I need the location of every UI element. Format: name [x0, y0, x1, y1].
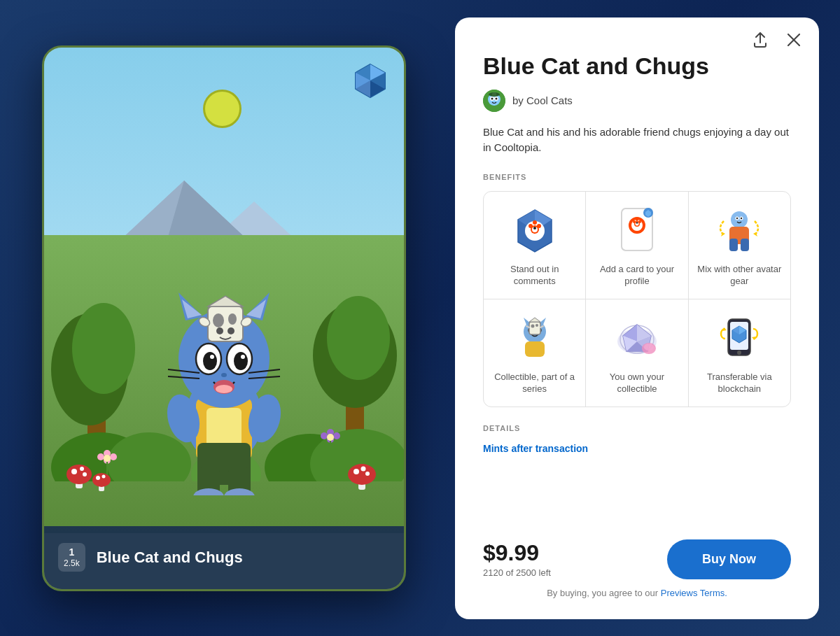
- svg-point-112: [638, 220, 641, 223]
- benefit-label-add-card: Add a card to your profile: [594, 263, 679, 288]
- svg-point-116: [731, 211, 748, 228]
- svg-point-81: [327, 434, 334, 441]
- mints-badge[interactable]: Mints after transaction: [483, 443, 588, 454]
- svg-point-52: [228, 313, 237, 325]
- benefits-label: BENEFITS: [483, 173, 791, 181]
- benefit-blockchain: Transferable via blockchain: [689, 299, 790, 407]
- svg-rect-49: [208, 306, 243, 341]
- stock-label: 2120 of 2500 left: [483, 567, 551, 578]
- svg-point-76: [365, 472, 370, 476]
- svg-point-80: [321, 432, 328, 439]
- mushrooms-right: [341, 453, 390, 498]
- price-section: $9.99 2120 of 2500 left: [483, 540, 551, 578]
- svg-point-149: [644, 344, 654, 351]
- svg-point-120: [741, 217, 742, 218]
- svg-point-90: [496, 97, 498, 99]
- benefit-label-stand-out: Stand out in comments: [492, 263, 577, 288]
- svg-point-15: [327, 296, 390, 380]
- svg-point-54: [227, 327, 234, 334]
- terms-link[interactable]: Previews Terms.: [661, 588, 727, 598]
- svg-point-75: [361, 466, 366, 471]
- benefit-label-collectible: Collectible, part of a series: [492, 371, 577, 395]
- buy-row: $9.99 2120 of 2500 left Buy Now: [483, 539, 791, 579]
- detail-panel: Blue Cat and Chugs by Cool Cat: [455, 17, 819, 619]
- nft-card: 1 2.5k Blue Cat and Chugs: [42, 45, 406, 591]
- benefit-label-own: You own your collectible: [594, 371, 679, 395]
- benefits-row-2: Collectible, part of a series: [484, 299, 790, 407]
- svg-marker-50: [208, 296, 243, 306]
- benefit-mix-gear: Mix with other avatar gear: [689, 192, 790, 299]
- nft-card-container: 1 2.5k Blue Cat and Chugs: [21, 45, 427, 591]
- card-sun: [203, 90, 241, 128]
- terms-text: By buying, you agree to our Previews Ter…: [483, 588, 791, 598]
- svg-point-71: [102, 474, 106, 478]
- svg-point-113: [636, 218, 638, 221]
- svg-point-99: [533, 227, 536, 229]
- svg-rect-134: [529, 322, 540, 334]
- price: $9.99: [483, 540, 551, 566]
- svg-rect-122: [729, 239, 738, 251]
- panel-header-actions: [749, 29, 805, 51]
- blue-cat-character: [154, 250, 294, 498]
- creator-name: by Cool Cats: [512, 94, 573, 106]
- svg-point-12: [72, 303, 135, 394]
- buy-button[interactable]: Buy Now: [667, 539, 791, 579]
- svg-point-157: [737, 351, 741, 355]
- creator-avatar: [483, 90, 505, 112]
- svg-point-51: [213, 313, 224, 327]
- svg-point-65: [71, 469, 77, 474]
- svg-point-40: [210, 355, 214, 359]
- svg-point-41: [241, 355, 245, 359]
- card-number-badge: 1 2.5k: [58, 543, 85, 572]
- svg-point-89: [491, 97, 493, 99]
- mushrooms-left: [65, 453, 114, 498]
- svg-point-38: [203, 352, 217, 370]
- svg-marker-135: [529, 318, 540, 322]
- svg-point-53: [216, 327, 223, 334]
- svg-rect-92: [492, 92, 496, 97]
- blockchain-icon: [714, 313, 764, 364]
- svg-point-69: [92, 473, 111, 487]
- collectible-icon: [510, 313, 560, 364]
- panel-title: Blue Cat and Chugs: [483, 52, 791, 80]
- benefit-own: You own your collectible: [586, 299, 688, 407]
- creator-row: by Cool Cats: [483, 90, 791, 112]
- benefit-add-card: Add a card to your profile: [586, 192, 688, 299]
- add-card-icon: [612, 206, 662, 256]
- svg-point-111: [633, 220, 636, 223]
- benefits-grid: Stand out in comments: [483, 191, 791, 407]
- svg-point-74: [354, 469, 359, 474]
- own-icon: [612, 313, 662, 364]
- share-button[interactable]: [749, 29, 771, 51]
- svg-point-48: [216, 385, 232, 393]
- svg-point-39: [234, 352, 248, 370]
- description: Blue Cat and his and his adorable friend…: [483, 125, 791, 156]
- details-label: DETAILS: [483, 424, 791, 432]
- svg-point-100: [528, 224, 533, 228]
- card-title-bottom: Blue Cat and Chugs: [97, 549, 243, 567]
- close-button[interactable]: [783, 29, 805, 51]
- svg-point-136: [531, 324, 534, 327]
- mix-gear-icon: [714, 206, 764, 256]
- svg-point-64: [66, 465, 92, 484]
- benefit-label-mix-gear: Mix with other avatar gear: [697, 263, 782, 288]
- stand-out-icon: [510, 206, 560, 256]
- svg-point-67: [83, 472, 87, 476]
- svg-point-101: [537, 224, 541, 228]
- card-bottom-bar: 1 2.5k Blue Cat and Chugs: [44, 526, 404, 589]
- svg-rect-123: [741, 239, 749, 251]
- benefit-collectible: Collectible, part of a series: [484, 299, 586, 407]
- svg-point-79: [333, 432, 340, 439]
- benefit-label-blockchain: Transferable via blockchain: [697, 371, 782, 395]
- details-section: DETAILS Mints after transaction: [483, 424, 791, 455]
- gem-badge: [351, 62, 390, 100]
- benefit-stand-out: Stand out in comments: [484, 192, 586, 299]
- svg-point-110: [636, 222, 638, 223]
- svg-point-66: [80, 467, 84, 471]
- svg-rect-133: [525, 341, 545, 357]
- flowers-right: [313, 425, 348, 470]
- svg-point-46: [221, 373, 227, 377]
- svg-point-119: [736, 217, 738, 218]
- svg-point-137: [536, 324, 538, 327]
- buy-bar: $9.99 2120 of 2500 left Buy Now By buyin…: [483, 528, 791, 598]
